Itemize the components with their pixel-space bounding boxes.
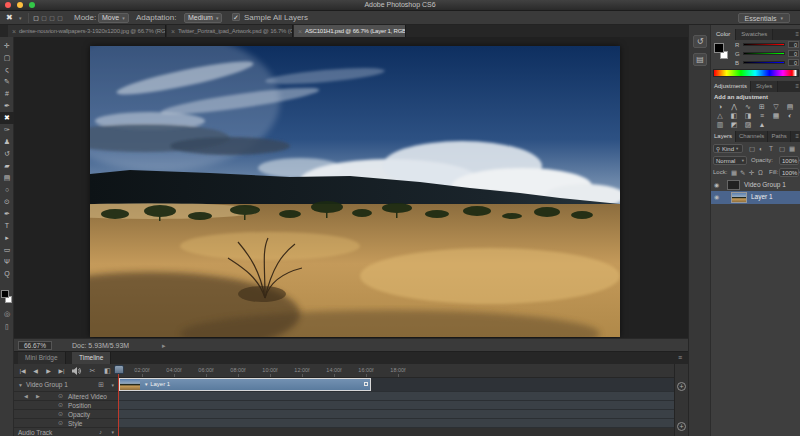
transition-icon[interactable]: ◧ [101, 366, 114, 376]
document-size-info[interactable]: Doc: 5.93M/5.93M [72, 341, 129, 350]
eraser-tool[interactable]: ▰ [0, 160, 14, 172]
black-white-icon[interactable]: ◧ [727, 111, 741, 120]
brush-tool[interactable]: ✑ [0, 124, 14, 136]
tool-preset-dropdown-icon[interactable]: ▾ [19, 13, 22, 23]
audio-track-header[interactable]: Audio Track ♪ ▾ [14, 428, 118, 436]
tab-timeline[interactable]: Timeline [72, 352, 111, 364]
history-brush-tool[interactable]: ↺ [0, 148, 14, 160]
current-tool-icon[interactable]: ✖ [6, 13, 13, 23]
video-group-header[interactable]: ▼ Video Group 1 ⊞ ▾ [14, 378, 118, 392]
green-slider[interactable] [743, 52, 785, 55]
layer-row-video-group-1[interactable]: ◉ Video Group 1 [711, 179, 800, 191]
stopwatch-icon[interactable]: ⊙ [58, 419, 63, 428]
selective-color-icon[interactable]: ▲ [755, 120, 769, 129]
clone-stamp-tool[interactable]: ♟ [0, 136, 14, 148]
go-to-previous-frame-button[interactable]: ◀ [29, 366, 42, 376]
zoom-tool[interactable]: Q [0, 268, 14, 280]
screen-mode-button[interactable]: ▯ [0, 322, 14, 332]
fill-select[interactable]: 100% ▾ [779, 168, 799, 177]
add-audio-button[interactable]: + [677, 422, 686, 431]
add-selection-icon[interactable]: ▢ [40, 13, 48, 23]
sample-all-layers-checkbox[interactable]: ✓ [232, 13, 240, 21]
gradient-map-icon[interactable]: ▨ [741, 120, 755, 129]
workspace-switcher-button[interactable]: Essentials ▾ [738, 13, 790, 23]
green-value[interactable]: 0 [788, 50, 799, 57]
go-to-first-frame-button[interactable]: |◀ [16, 366, 29, 376]
invert-icon[interactable]: ◐ [783, 111, 797, 120]
marquee-tool[interactable]: ▢ [0, 52, 14, 64]
lasso-tool[interactable]: ς [0, 64, 14, 76]
brightness-contrast-icon[interactable]: ◑ [713, 102, 727, 111]
close-icon[interactable]: × [12, 28, 16, 35]
play-button[interactable]: ▶ [42, 366, 55, 376]
tab-layers[interactable]: Layers [711, 131, 736, 142]
hand-tool[interactable]: Ψ [0, 256, 14, 268]
panel-menu-icon[interactable]: ≡ [678, 354, 682, 361]
playhead-handle[interactable] [114, 365, 124, 374]
pen-tool[interactable]: ✒ [0, 208, 14, 220]
vibrance-icon[interactable]: ▽ [769, 102, 783, 111]
filter-adjustment-layers-icon[interactable]: ◐ [759, 143, 763, 154]
content-aware-move-tool[interactable]: ✖ [0, 112, 14, 124]
layer-filter-select[interactable]: ⚲ Kind ▾ [713, 144, 743, 153]
go-to-next-frame-button[interactable]: ▶| [55, 366, 68, 376]
eyedropper-tool[interactable]: ✒ [0, 100, 14, 112]
chevron-down-icon[interactable]: ▾ [111, 378, 114, 392]
tab-mini-bridge[interactable]: Mini Bridge [18, 352, 66, 364]
move-tool[interactable]: ✛ [0, 40, 14, 52]
next-keyframe-icon[interactable]: ▶ [36, 392, 40, 401]
color-lookup-icon[interactable]: ▦ [769, 111, 783, 120]
filter-pixel-layers-icon[interactable]: ▢ [749, 143, 755, 154]
lock-all-icon[interactable]: Ω [758, 167, 763, 178]
foreground-background-swatches[interactable] [0, 289, 14, 305]
blur-tool[interactable]: ○ [0, 184, 14, 196]
foreground-color-swatch[interactable] [1, 290, 9, 298]
opacity-select[interactable]: 100% ▾ [779, 156, 799, 165]
tab-channels[interactable]: Channels [736, 131, 768, 142]
quick-selection-tool[interactable]: ✎ [0, 76, 14, 88]
panel-menu-icon[interactable]: ≡ [795, 81, 799, 92]
exposure-icon[interactable]: ⊞ [755, 102, 769, 111]
adaptation-select[interactable]: Medium ▾ [184, 13, 222, 23]
photo-filter-icon[interactable]: ◨ [741, 111, 755, 120]
tab-styles[interactable]: Styles [751, 81, 778, 92]
dodge-tool[interactable]: ⊙ [0, 196, 14, 208]
color-spectrum-ramp[interactable] [713, 69, 799, 77]
posterize-icon[interactable]: ▥ [713, 120, 727, 129]
tab-swatches[interactable]: Swatches [736, 29, 773, 40]
close-icon[interactable]: × [298, 28, 302, 35]
track-position[interactable]: ⊙ Position [14, 401, 118, 410]
path-selection-tool[interactable]: ▸ [0, 232, 14, 244]
shape-tool[interactable]: ▭ [0, 244, 14, 256]
foreground-color-swatch[interactable] [714, 43, 724, 53]
document-image[interactable] [90, 46, 620, 337]
mode-select[interactable]: Move ▾ [98, 13, 129, 23]
threshold-icon[interactable]: ◩ [727, 120, 741, 129]
chevron-down-icon[interactable]: ▾ [111, 428, 114, 436]
visibility-eye-icon[interactable]: ◉ [714, 179, 719, 191]
document-tab-1[interactable]: × denise-nouvion-wallpapers-3-1920x1200.… [8, 25, 166, 37]
blue-slider[interactable] [743, 61, 785, 64]
document-tab-3-active[interactable]: × ASC101H1.psd @ 66.7% (Layer 1, RGB/8) … [294, 25, 406, 37]
channel-mixer-icon[interactable]: ≡ [755, 111, 769, 120]
close-icon[interactable]: × [171, 28, 175, 35]
zoom-level-field[interactable]: 66.67% [18, 341, 52, 350]
layer-row-layer-1-selected[interactable]: ◉ Layer 1 [711, 191, 800, 204]
lock-transparency-icon[interactable]: ▦ [731, 167, 737, 178]
curves-icon[interactable]: ∿ [741, 102, 755, 111]
tab-paths[interactable]: Paths [768, 131, 790, 142]
track-altered-video[interactable]: ◀ ▶ ⊙ Altered Video [14, 392, 118, 401]
crop-tool[interactable]: # [0, 88, 14, 100]
filter-type-layers-icon[interactable]: T [769, 143, 773, 154]
filter-shape-layers-icon[interactable]: ▢ [779, 143, 785, 154]
add-media-button[interactable]: + [677, 382, 686, 391]
video-clip-layer-1[interactable]: ▼ Layer 1 [119, 378, 371, 391]
red-value[interactable]: 0 [788, 41, 799, 48]
new-selection-icon[interactable]: ▢ [32, 13, 40, 23]
stopwatch-icon[interactable]: ⊙ [58, 410, 63, 419]
status-options-icon[interactable]: ▸ [162, 341, 166, 350]
filter-smart-objects-icon[interactable]: ▦ [789, 143, 795, 154]
lock-pixels-icon[interactable]: ✎ [740, 167, 745, 178]
visibility-eye-icon[interactable]: ◉ [714, 191, 719, 203]
track-style[interactable]: ⊙ Style [14, 419, 118, 428]
